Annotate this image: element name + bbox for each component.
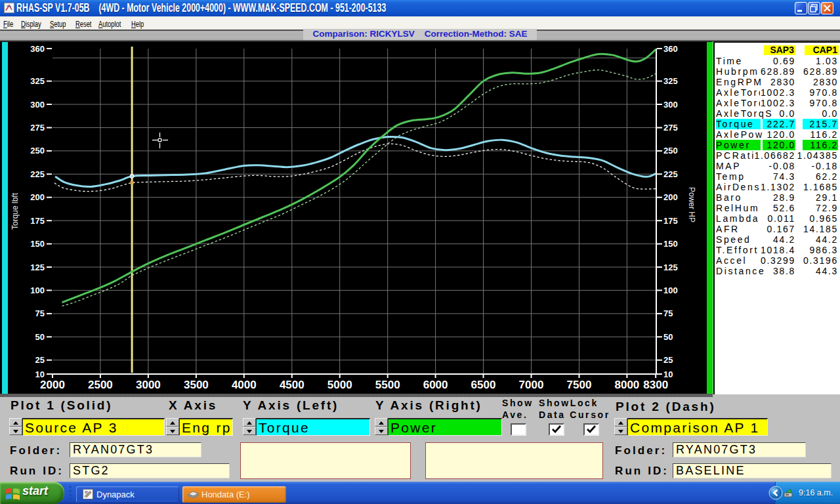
svg-text:10: 10: [663, 369, 673, 379]
svg-text:300: 300: [663, 100, 678, 110]
svg-text:Torque lbft: Torque lbft: [10, 192, 20, 230]
svg-text:100: 100: [30, 285, 45, 295]
svg-text:7000: 7000: [519, 379, 544, 391]
svg-text:Power HP: Power HP: [687, 187, 696, 222]
svg-text:250: 250: [663, 146, 678, 156]
svg-text:325: 325: [30, 76, 45, 86]
svg-text:275: 275: [30, 123, 45, 133]
svg-text:10: 10: [35, 369, 45, 379]
svg-text:225: 225: [30, 169, 45, 179]
svg-text:150: 150: [663, 239, 678, 249]
svg-text:250: 250: [30, 146, 45, 156]
svg-text:225: 225: [663, 169, 678, 179]
svg-text:6000: 6000: [423, 379, 448, 391]
svg-text:4000: 4000: [232, 379, 257, 391]
svg-text:125: 125: [30, 262, 45, 272]
svg-text:125: 125: [663, 262, 678, 272]
svg-text:200: 200: [663, 192, 678, 202]
svg-text:360: 360: [30, 44, 45, 54]
svg-text:360: 360: [663, 44, 678, 54]
svg-text:300: 300: [30, 100, 45, 110]
svg-text:3500: 3500: [184, 379, 209, 391]
svg-text:7500: 7500: [567, 379, 592, 391]
svg-text:100: 100: [663, 285, 678, 295]
svg-text:4500: 4500: [280, 379, 304, 391]
svg-text:5000: 5000: [327, 379, 352, 391]
svg-text:325: 325: [663, 76, 678, 86]
svg-text:25: 25: [663, 355, 673, 365]
svg-text:5500: 5500: [375, 379, 400, 391]
svg-text:3000: 3000: [136, 379, 161, 391]
svg-text:8300: 8300: [643, 379, 668, 391]
svg-text:2000: 2000: [40, 379, 65, 391]
svg-text:8000: 8000: [614, 379, 639, 391]
svg-text:50: 50: [663, 332, 673, 342]
svg-text:6500: 6500: [471, 379, 496, 391]
svg-text:275: 275: [663, 123, 678, 133]
svg-text:175: 175: [663, 216, 678, 226]
svg-text:200: 200: [30, 192, 45, 202]
svg-text:25: 25: [35, 355, 45, 365]
svg-text:2500: 2500: [88, 379, 113, 391]
svg-text:50: 50: [35, 332, 45, 342]
svg-text:75: 75: [663, 308, 673, 318]
svg-text:75: 75: [35, 308, 45, 318]
svg-text:175: 175: [30, 216, 45, 226]
svg-text:150: 150: [30, 239, 45, 249]
